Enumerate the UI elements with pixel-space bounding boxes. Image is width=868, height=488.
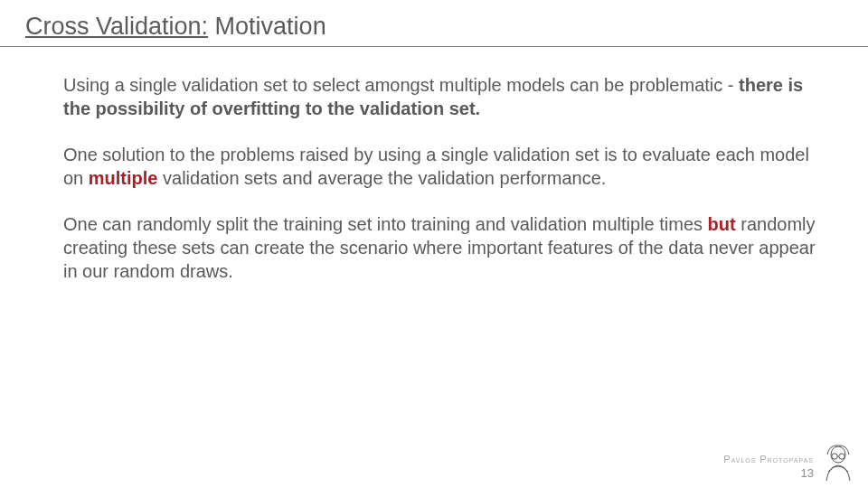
author-block: Pavlos Protopapas 13 [723, 454, 814, 481]
para3-highlight: but [708, 214, 736, 234]
title-underlined: Cross Validation: [25, 13, 208, 40]
author-name: Pavlos Protopapas [723, 454, 814, 466]
page-number: 13 [723, 466, 814, 481]
slide-footer: Pavlos Protopapas 13 [723, 445, 854, 481]
para3-a: One can randomly split the training set … [63, 214, 708, 234]
author-first-rest: avlos [731, 455, 760, 465]
avatar-icon [823, 445, 854, 481]
slide-header: Cross Validation: Motivation [0, 0, 868, 41]
paragraph-1: Using a single validation set to select … [63, 74, 821, 120]
para1-lead: Using a single validation set to select … [63, 75, 739, 95]
author-first-initial: P [723, 454, 731, 465]
paragraph-2: One solution to the problems raised by u… [63, 144, 821, 190]
svg-point-0 [831, 446, 845, 463]
title-rest: Motivation [208, 13, 326, 40]
slide-title: Cross Validation: Motivation [25, 13, 868, 41]
author-last-initial: P [760, 454, 767, 465]
paragraph-3: One can randomly split the training set … [63, 213, 821, 283]
author-last-rest: rotopapas [768, 455, 814, 465]
para2-c: validation sets and average the validati… [157, 168, 606, 188]
svg-point-1 [832, 454, 837, 459]
para2-highlight: multiple [89, 168, 158, 188]
slide-body: Using a single validation set to select … [0, 47, 868, 283]
svg-point-2 [839, 454, 844, 459]
